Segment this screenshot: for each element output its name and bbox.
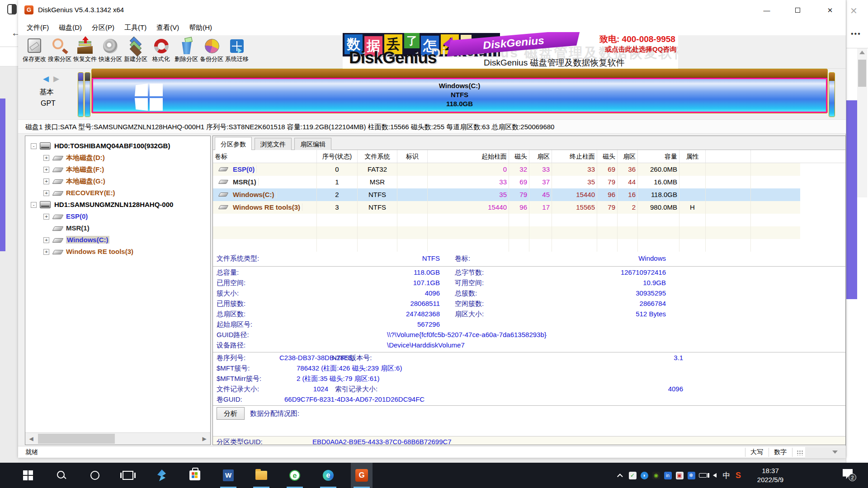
collapse-icon[interactable]: - <box>31 143 37 149</box>
recover-files-button[interactable]: 恢复文件 <box>72 36 98 68</box>
maximize-button[interactable] <box>787 0 808 20</box>
task-view-button[interactable] <box>117 463 139 488</box>
expand-icon[interactable]: + <box>43 190 49 196</box>
collapse-icon[interactable]: - <box>31 202 37 208</box>
search-partition-button[interactable]: 搜索分区 <box>47 36 72 68</box>
windows-logo-icon <box>23 470 33 480</box>
tree-item-hd1[interactable]: - HD1:SAMSUNGMZNLN128HAHQ-000 <box>25 199 211 211</box>
taskbar-app-edge[interactable]: e <box>317 463 339 488</box>
delete-partition-button[interactable]: 删除分区 <box>174 36 199 68</box>
table-row-re-tools[interactable]: Windows RE tools(3) 3 NTFS 15440 96 17 1… <box>213 201 800 214</box>
backup-partition-button[interactable]: 备份分区 <box>199 36 224 68</box>
system-migration-button[interactable]: 系统迁移 <box>224 36 250 68</box>
tray-volume-icon[interactable] <box>709 472 721 479</box>
menu-disk[interactable]: 磁盘(D) <box>54 22 87 34</box>
taskbar-clock[interactable]: 18:37 2022/5/9 <box>750 466 790 484</box>
menu-help[interactable]: 帮助(H) <box>184 22 217 34</box>
partition-icon <box>52 226 63 231</box>
banner-qq-link[interactable]: 或点击此处选择QQ咨询 <box>605 45 676 54</box>
prev-disk-icon[interactable]: ◀ <box>43 74 49 84</box>
tree-item-recovery-e[interactable]: + RECOVERY(E:) <box>25 188 211 199</box>
tab-partition-params[interactable]: 分区参数 <box>215 137 252 150</box>
menu-file[interactable]: 文件(F) <box>22 22 54 34</box>
tree-item-local-g[interactable]: + 本地磁盘(G:) <box>25 176 211 188</box>
format-button[interactable]: 格式化 <box>148 36 174 68</box>
menu-tools[interactable]: 工具(T) <box>119 22 151 34</box>
tree-item-msr[interactable]: MSR(1) <box>25 223 211 235</box>
tree-item-windows-c[interactable]: + Windows(C:) <box>25 235 211 246</box>
start-button[interactable] <box>17 463 39 488</box>
tray-messenger-icon[interactable]: ◗ <box>638 471 650 479</box>
detail-row: 起始扇区号: 567296 <box>213 320 845 331</box>
tree-item-local-f[interactable]: + 本地磁盘(F:) <box>25 164 211 176</box>
tray-snowflake-icon[interactable]: ❄ <box>685 471 697 479</box>
analyze-button[interactable]: 分析 <box>217 407 245 420</box>
scroll-down-icon[interactable] <box>832 450 838 454</box>
tray-ime-indicator[interactable]: 中 <box>721 470 732 481</box>
tree-item-hd0[interactable]: - HD0:TOSHIBAMQ04ABF100(932GB) <box>25 141 211 152</box>
partition-bar-msr[interactable] <box>85 72 90 117</box>
tab-sector-edit[interactable]: 扇区编辑 <box>294 138 331 150</box>
partition-bar-esp[interactable] <box>78 72 84 117</box>
taskbar-app-store[interactable] <box>184 463 206 488</box>
expand-icon[interactable]: + <box>43 155 49 161</box>
expand-icon[interactable]: + <box>43 214 49 220</box>
next-disk-icon[interactable]: ▶ <box>53 74 59 84</box>
tray-s-app-icon[interactable]: S <box>732 471 744 480</box>
expand-icon[interactable]: + <box>43 237 49 243</box>
scrollbar-thumb[interactable] <box>858 60 866 87</box>
save-changes-button[interactable]: 保存更改 <box>22 36 47 68</box>
table-row-msr[interactable]: MSR(1) 1 MSR 33 69 37 35 79 44 16.0MB <box>213 176 800 188</box>
partition-bar-re-tools[interactable] <box>829 72 835 117</box>
scroll-up-icon[interactable] <box>859 51 865 54</box>
window-title: DiskGenius V5.4.3.1342 x64 <box>38 6 124 14</box>
horizontal-scrollbar[interactable]: ◀ ▶ <box>25 432 210 445</box>
table-row-windows-c-selected[interactable]: Windows(C:) 2 NTFS 35 79 45 15440 96 16 … <box>213 188 800 201</box>
quick-partition-button[interactable]: 快速分区 <box>98 36 123 68</box>
expand-icon[interactable]: + <box>43 167 49 173</box>
tray-update-icon[interactable]: ✓ <box>627 471 638 479</box>
scroll-right-icon[interactable]: ▶ <box>198 433 210 445</box>
close-button[interactable]: ✕ <box>820 0 840 20</box>
browser-tab-icon[interactable] <box>7 4 17 14</box>
taskbar: W e e G ✓ ◗ ◉ in ▣ ❄ 中 S 18:37 2022/5/9 … <box>0 463 868 488</box>
banner-subtitle: DiskGenius 磁盘管理及数据恢复软件 <box>484 57 624 69</box>
tree-item-local-d[interactable]: + 本地磁盘(D:) <box>25 152 211 164</box>
search-icon <box>56 470 67 481</box>
detail-row-partition-type-guid: 分区类型GUID: EBD0A0A2-B9E5-4433-87C0-68B6B7… <box>213 436 845 445</box>
taskbar-search[interactable] <box>51 463 72 488</box>
taskbar-app-360browser[interactable]: e <box>284 463 306 488</box>
tray-nvidia-icon[interactable]: ◉ <box>650 471 662 479</box>
new-partition-button[interactable]: 新建分区 <box>123 36 148 68</box>
menu-view[interactable]: 查看(V) <box>151 22 184 34</box>
notification-center-button[interactable]: 2 <box>843 469 856 481</box>
tree-item-esp[interactable]: + ESP(0) <box>25 211 211 223</box>
taskbar-app-explorer[interactable] <box>250 463 272 488</box>
scrollbar-thumb[interactable] <box>38 434 115 444</box>
menu-partition[interactable]: 分区(P) <box>87 22 119 34</box>
resize-grip[interactable] <box>797 450 803 455</box>
taskbar-app-flash[interactable] <box>151 463 172 488</box>
more-menu-icon[interactable]: ••• <box>851 30 861 38</box>
partition-tree-panel: - HD0:TOSHIBAMQ04ABF100(932GB) + 本地磁盘(D:… <box>25 136 211 445</box>
tray-security-shield-icon[interactable]: ▣ <box>674 471 685 479</box>
trash-icon <box>177 37 195 55</box>
partition-bar-windows-c[interactable]: Windows(C:) NTFS 118.0GB <box>91 69 828 113</box>
partition-icon <box>218 167 229 171</box>
table-row-esp[interactable]: ESP(0) 0 FAT32 0 32 33 33 69 36 260.0MB <box>213 163 800 176</box>
expand-icon[interactable]: + <box>43 178 49 184</box>
scroll-left-icon[interactable]: ◀ <box>25 433 37 445</box>
minimize-button[interactable]: — <box>756 0 777 20</box>
taskbar-cortana[interactable] <box>84 463 106 488</box>
close-icon[interactable]: ✕ <box>850 5 858 16</box>
tab-browse-files[interactable]: 浏览文件 <box>255 138 292 150</box>
taskbar-app-word[interactable]: W <box>217 463 239 488</box>
taskbar-app-diskgenius[interactable]: G <box>351 463 373 488</box>
tray-chevron-icon[interactable] <box>615 472 627 479</box>
ad-banner[interactable]: 数 据 丢 了 怎 么 ! DiskGenius 磁盘管理及数据恢复软件 Dis… <box>343 32 678 69</box>
tray-intel-icon[interactable]: in <box>662 471 674 479</box>
expand-icon[interactable]: + <box>43 249 49 255</box>
tree-item-re-tools[interactable]: + Windows RE tools(3) <box>25 246 211 258</box>
partition-icon <box>52 238 63 243</box>
partition-icon <box>52 191 63 196</box>
